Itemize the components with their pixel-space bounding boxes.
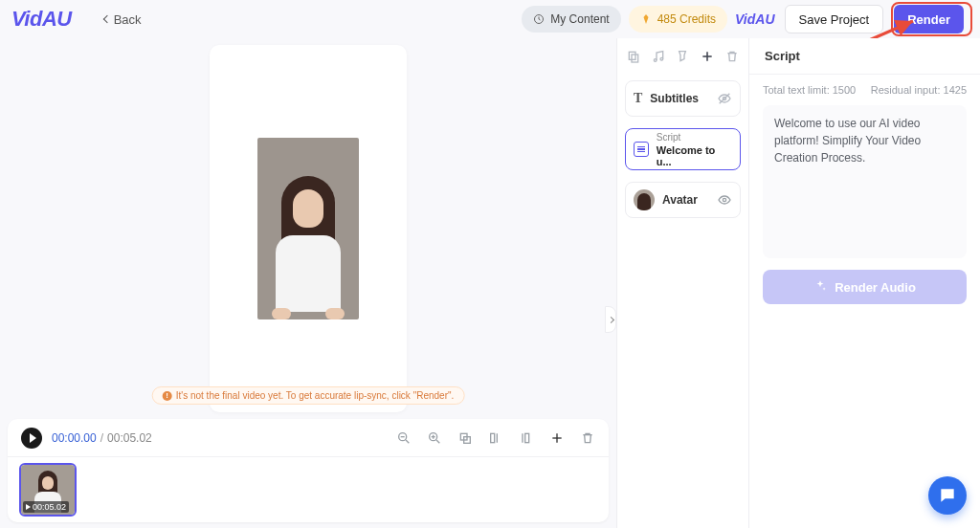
filter-layer-icon[interactable] [675,48,692,65]
svg-line-7 [436,440,439,443]
add-layer-icon[interactable] [699,48,716,65]
diamond-icon [640,13,652,25]
render-audio-button[interactable]: Render Audio [763,270,967,304]
visibility-on-icon[interactable] [717,192,732,208]
play-icon [30,433,36,443]
chevron-right-icon [607,316,613,322]
duration: 00:05.02 [107,431,152,445]
render-button[interactable]: Render [894,5,964,33]
support-chat-button[interactable] [928,476,967,515]
app-logo: VidAU [11,7,72,32]
clock-icon [533,13,545,25]
sparkle-icon [813,279,827,296]
avatar-preview [257,138,359,319]
script-icon [634,142,649,157]
render-audio-label: Render Audio [835,280,916,295]
credits-pill: 485 Credits [629,6,727,33]
total-text-limit: Total text limit: 1500 [763,84,856,96]
script-textarea[interactable]: Welcome to use our AI video platform! Si… [763,105,967,258]
save-project-button[interactable]: Save Project [785,5,884,33]
split-left-icon[interactable] [488,430,503,446]
visibility-off-icon[interactable] [717,91,732,106]
crop-icon[interactable] [457,430,473,446]
my-content-label: My Content [550,12,609,26]
clip-duration-badge: 00:05.02 [23,501,69,513]
current-time: 00:00.00 [52,431,97,445]
preview-warning-text: It's not the final video yet. To get acc… [176,390,455,401]
layer-script[interactable]: Script Welcome to u... [625,128,741,170]
svg-point-19 [660,57,663,60]
layer-avatar-label: Avatar [662,193,698,207]
panel-collapse-toggle[interactable] [605,306,616,333]
copy-layer-icon[interactable] [625,48,642,65]
layer-script-preview: Welcome to u... [657,144,732,167]
chevron-left-icon [102,15,110,23]
add-clip-icon[interactable] [549,430,565,446]
layer-script-small-label: Script [657,132,732,143]
svg-line-3 [406,440,409,443]
play-icon [26,504,31,510]
split-right-icon[interactable] [519,430,534,446]
text-icon: T [634,91,642,106]
timeline-clip[interactable]: 00:05.02 [19,463,77,517]
brand-mini-logo: VidAU [735,11,774,27]
delete-layer-icon[interactable] [724,48,741,65]
svg-point-18 [654,59,657,62]
svg-point-24 [723,198,725,201]
video-canvas[interactable]: ! It's not the final video yet. To get a… [210,45,407,412]
script-panel-title: Script [749,38,980,75]
back-label: Back [114,12,142,27]
play-button[interactable] [21,428,42,449]
chat-icon [938,486,957,505]
back-button[interactable]: Back [104,12,142,27]
svg-rect-13 [525,433,529,442]
delete-clip-icon[interactable] [580,430,595,446]
layer-subtitles-label: Subtitles [650,92,699,105]
layer-avatar[interactable]: Avatar [625,182,741,218]
credits-label: 485 Credits [657,12,716,26]
music-layer-icon[interactable] [650,48,667,65]
zoom-in-icon[interactable] [427,430,442,446]
timeline-time-display: 00:00.00/00:05.02 [52,431,152,445]
preview-warning: ! It's not the final video yet. To get a… [152,386,465,405]
avatar-thumbnail-icon [634,189,655,210]
render-button-highlight: Render [891,2,972,36]
my-content-button[interactable]: My Content [522,6,620,33]
layer-subtitles[interactable]: T Subtitles [625,80,741,117]
zoom-out-icon[interactable] [396,430,412,446]
timeline-panel: 00:00.00/00:05.02 [8,419,609,522]
svg-rect-10 [491,433,495,442]
residual-input: Residual input: 1425 [871,84,967,96]
info-icon: ! [163,391,172,401]
